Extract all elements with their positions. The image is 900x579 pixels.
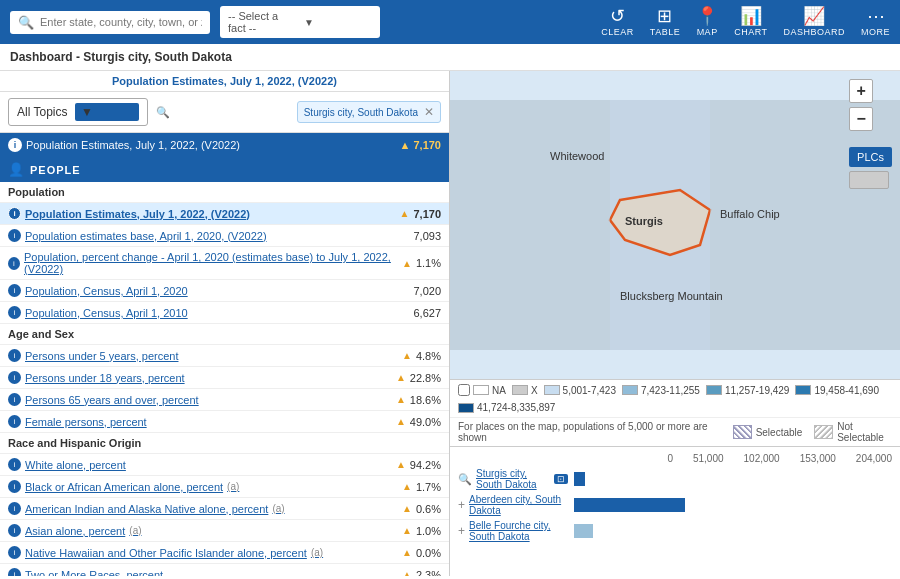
chart-tag-icon-0: ⊡ — [554, 474, 568, 484]
info-icon: i — [8, 257, 20, 270]
nav-dashboard[interactable]: 📈 DASHBOARD — [783, 7, 845, 37]
legend-item-4: 41,724-8,335,897 — [458, 402, 555, 413]
table-row[interactable]: i Female persons, percent ▲49.0% — [0, 411, 449, 433]
dashboard-icon: 📈 — [803, 7, 825, 25]
chart-row-1: + Aberdeen city, South Dakota — [458, 494, 892, 516]
up-arrow-icon: ▲ — [402, 481, 412, 492]
chevron-down-icon: ▼ — [304, 17, 372, 28]
nav-chart[interactable]: 📊 CHART — [734, 7, 767, 37]
fact-search[interactable]: 🔍 — [156, 106, 289, 119]
info-icon: i — [8, 546, 21, 559]
legend-color-3 — [795, 385, 811, 395]
add-location-button-1[interactable]: + — [458, 498, 465, 512]
person-icon: 👤 — [8, 162, 24, 177]
map-svg: Whitewood Sturgis Buffalo Chip Blucksber… — [450, 71, 900, 379]
chart-area: 0 51,000 102,000 153,000 204,000 🔍 Sturg… — [450, 446, 900, 576]
chart-bar-2 — [574, 524, 593, 538]
category-population: Population — [0, 182, 449, 203]
table-row[interactable]: i American Indian and Alaska Native alon… — [0, 498, 449, 520]
header-nav: ↺ CLEAR ⊞ TABLE 📍 MAP 📊 CHART 📈 DASHBOAR… — [601, 7, 890, 37]
info-icon: i — [8, 349, 21, 362]
chart-bar-0 — [574, 472, 585, 486]
legend-checkbox-na[interactable] — [458, 384, 470, 396]
fact-title-bar: Population Estimates, July 1, 2022, (V20… — [0, 71, 449, 92]
chart-bar-area-2 — [574, 522, 892, 540]
fact-dropdown[interactable]: -- Select a fact -- ▼ — [220, 6, 380, 38]
table-row[interactable]: i Black or African American alone, perce… — [0, 476, 449, 498]
header: 🔍 -- Select a fact -- ▼ ↺ CLEAR ⊞ TABLE … — [0, 0, 900, 44]
chart-label-1: + Aberdeen city, South Dakota — [458, 494, 568, 516]
place-sturgis: Sturgis — [625, 215, 663, 227]
breadcrumb: Dashboard - Sturgis city, South Dakota — [0, 44, 900, 71]
clear-icon: ↺ — [610, 7, 625, 25]
table-row[interactable]: i Asian alone, percent (a) ▲1.0% — [0, 520, 449, 542]
topic-caret-icon: ▼ — [75, 103, 139, 121]
legend-color-na — [473, 385, 489, 395]
filter-bar: All Topics ▼ 🔍 Sturgis city, South Dakot… — [0, 92, 449, 133]
search-icon: 🔍 — [18, 15, 34, 30]
location-search-box[interactable]: 🔍 — [10, 11, 210, 34]
legend-bar: NA X 5,001-7,423 7,423-11,255 11,257-19,… — [450, 379, 900, 417]
nav-clear[interactable]: ↺ CLEAR — [601, 7, 634, 37]
topic-select-dropdown[interactable]: All Topics ▼ — [8, 98, 148, 126]
chart-bar-area-1 — [574, 496, 892, 514]
info-icon: i — [8, 207, 21, 220]
zoom-out-button[interactable]: − — [849, 107, 873, 131]
people-section-header: 👤 PEOPLE — [0, 157, 449, 182]
up-arrow-icon: ▲ — [396, 394, 406, 405]
table-row[interactable]: i White alone, percent ▲94.2% — [0, 454, 449, 476]
location-search-input[interactable] — [40, 16, 202, 28]
nav-more[interactable]: ⋯ MORE — [861, 7, 890, 37]
left-panel: Population Estimates, July 1, 2022, (V20… — [0, 71, 450, 576]
plcs-button[interactable]: PLCs — [849, 147, 892, 167]
table-row[interactable]: i Two or More Races, percent ▲2.3% — [0, 564, 449, 576]
legend-item-na: NA — [458, 384, 506, 396]
table-row[interactable]: i Population, Census, April 1, 2010 6,62… — [0, 302, 449, 324]
table-row[interactable]: i Persons under 18 years, percent ▲22.8% — [0, 367, 449, 389]
plc-toggle[interactable] — [849, 171, 889, 189]
selected-fact-row: i Population Estimates, July 1, 2022, (V… — [0, 133, 449, 157]
legend-item-1: 7,423-11,255 — [622, 385, 700, 396]
up-arrow-icon: ▲ — [402, 258, 412, 269]
info-icon: i — [8, 480, 21, 493]
chart-icon: 📊 — [740, 7, 762, 25]
info-icon: i — [8, 415, 21, 428]
legend-color-4 — [458, 403, 474, 413]
place-whitewood: Whitewood — [550, 150, 604, 162]
up-arrow-icon: ▲ — [396, 459, 406, 470]
selected-fact-value: ▲ 7,170 — [400, 139, 441, 151]
up-arrow-icon: ▲ — [402, 525, 412, 536]
more-icon: ⋯ — [867, 7, 885, 25]
up-arrow-icon: ▲ — [396, 372, 406, 383]
table-row[interactable]: i Population, Census, April 1, 2020 7,02… — [0, 280, 449, 302]
add-location-button-2[interactable]: + — [458, 524, 465, 538]
chart-label-2: + Belle Fourche city, South Dakota — [458, 520, 568, 542]
nav-map[interactable]: 📍 MAP — [696, 7, 718, 37]
chart-rows: 🔍 Sturgis city, South Dakota ⊡ + Aberdee… — [458, 468, 892, 542]
data-list: Population i Population Estimates, July … — [0, 182, 449, 576]
zoom-in-button[interactable]: + — [849, 79, 873, 103]
legend-item-x: X — [512, 385, 538, 396]
fact-search-icon: 🔍 — [156, 106, 170, 119]
fact-select-label: -- Select a fact -- — [228, 10, 296, 34]
info-icon: i — [8, 284, 21, 297]
remove-location-button[interactable]: ✕ — [424, 105, 434, 119]
table-row[interactable]: i Population, percent change - April 1, … — [0, 247, 449, 280]
legend-item-0: 5,001-7,423 — [544, 385, 616, 396]
category-age-sex: Age and Sex — [0, 324, 449, 345]
up-arrow-icon: ▲ — [402, 569, 412, 576]
chart-search-icon-0[interactable]: 🔍 — [458, 473, 472, 486]
table-row[interactable]: i Persons under 5 years, percent ▲4.8% — [0, 345, 449, 367]
table-row[interactable]: i Native Hawaiian and Other Pacific Isla… — [0, 542, 449, 564]
nav-table[interactable]: ⊞ TABLE — [650, 7, 680, 37]
up-arrow-icon: ▲ — [402, 547, 412, 558]
table-row[interactable]: i Population Estimates, July 1, 2022, (V… — [0, 203, 449, 225]
chart-header: 0 51,000 102,000 153,000 204,000 — [458, 453, 892, 464]
table-icon: ⊞ — [657, 7, 672, 25]
table-row[interactable]: i Population estimates base, April 1, 20… — [0, 225, 449, 247]
selectable-pattern-icon — [733, 425, 752, 439]
up-arrow-icon: ▲ — [402, 503, 412, 514]
table-row[interactable]: i Persons 65 years and over, percent ▲18… — [0, 389, 449, 411]
place-buffalo-chip: Buffalo Chip — [720, 208, 780, 220]
info-icon: i — [8, 371, 21, 384]
